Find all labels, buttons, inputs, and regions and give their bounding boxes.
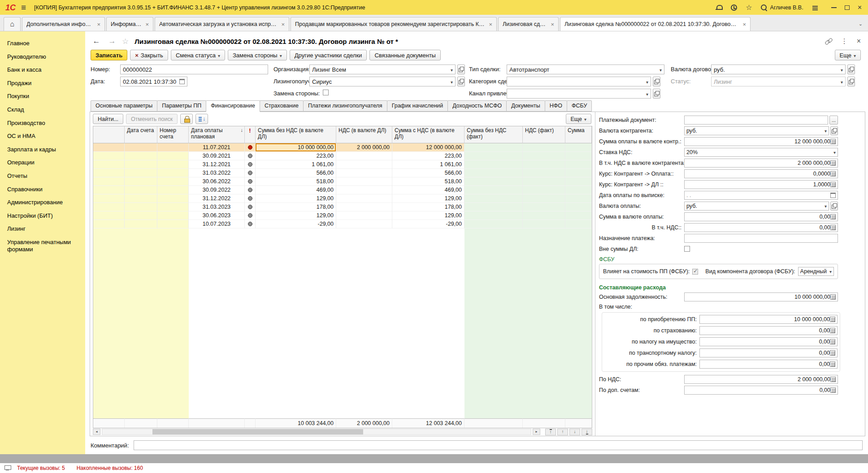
cell-extra[interactable] — [565, 203, 592, 211]
sidebar-item[interactable]: Руководителю — [0, 50, 85, 64]
tab-kkt-notice[interactable]: Продавцам маркированных товаров рекоменд… — [291, 17, 497, 31]
history-icon[interactable] — [730, 4, 738, 11]
cell-vat[interactable] — [336, 177, 392, 186]
cell-amount-no-vat[interactable]: 223,00 — [256, 152, 336, 160]
cell-planned-date[interactable]: 30.09.2021 — [189, 152, 245, 160]
table-row[interactable]: 30.09.2021 223,00 223,00 — [93, 152, 592, 160]
cell-vat[interactable] — [336, 203, 392, 211]
row-selector-cell[interactable] — [93, 169, 125, 177]
calendar-icon[interactable] — [830, 193, 836, 198]
maximize-icon[interactable] — [845, 5, 850, 10]
cell-extra[interactable] — [565, 194, 592, 203]
tab-lessee-payments[interactable]: Платежи лизингополучателя — [303, 100, 387, 112]
favorites-star-icon[interactable]: ☆ — [746, 3, 752, 12]
table-row[interactable]: 30.09.2022 469,00 469,00 — [93, 186, 592, 194]
by-additional-input[interactable]: 0,00 — [684, 386, 838, 395]
cell-invoice-date[interactable] — [125, 211, 157, 220]
row-selector-cell[interactable] — [93, 177, 125, 186]
cell-vat[interactable] — [336, 186, 392, 194]
cell-amount-with-vat[interactable]: -29,00 — [392, 220, 464, 228]
calendar-icon[interactable] — [179, 79, 185, 84]
payment-purpose-input[interactable] — [684, 234, 838, 243]
calculator-icon[interactable] — [830, 361, 835, 367]
close-document-icon[interactable]: × — [857, 37, 861, 45]
scrollbar-track[interactable] — [102, 429, 531, 435]
header-amount-no-vat[interactable]: Сумма без НДС (в валюте ДЛ) — [256, 126, 336, 143]
cell-amount-no-vat-fact[interactable] — [464, 143, 523, 152]
go-up-button[interactable]: ↑ — [557, 429, 568, 435]
cell-planned-date[interactable]: 30.09.2022 — [189, 186, 245, 194]
lessee-open-button[interactable] — [457, 77, 465, 86]
cell-amount-no-vat-fact[interactable] — [464, 186, 523, 194]
cell-amount-with-vat[interactable]: 178,00 — [392, 203, 464, 211]
close-tab-icon[interactable] — [489, 21, 492, 28]
cell-status[interactable] — [245, 194, 256, 203]
rate-to-payment-input[interactable]: 0,0000 — [684, 169, 838, 178]
cell-vat-fact[interactable] — [523, 186, 565, 194]
go-first-row-button[interactable]: ↑ — [545, 429, 556, 435]
cell-invoice-number[interactable] — [157, 152, 189, 160]
cell-vat[interactable] — [336, 169, 392, 177]
cell-invoice-number[interactable] — [157, 203, 189, 211]
table-row[interactable]: 30.06.2023 129,00 129,00 — [93, 211, 592, 220]
sidebar-item[interactable]: ОС и НМА — [0, 129, 85, 143]
cell-extra[interactable] — [565, 160, 592, 169]
tab-additional-info[interactable]: Дополнительная информация — [22, 17, 105, 31]
replace-party-button[interactable]: Замена стороны — [228, 50, 287, 60]
main-menu-icon[interactable]: ≡ — [21, 3, 26, 12]
deal-category-open-button[interactable] — [653, 77, 660, 86]
cell-invoice-number[interactable] — [157, 160, 189, 169]
close-tab-icon[interactable] — [281, 21, 285, 28]
cell-vat[interactable]: 2 000 000,00 — [336, 143, 392, 152]
sidebar-item[interactable]: Главное — [0, 37, 85, 50]
cell-amount-no-vat[interactable]: 469,00 — [256, 186, 336, 194]
go-last-row-button[interactable]: ↓ — [582, 429, 592, 435]
including-item-input[interactable]: 0,00 — [699, 348, 838, 357]
header-invoice-number[interactable]: Номер счета — [157, 126, 189, 143]
amount-payment-currency-input[interactable]: 0,00 — [684, 212, 838, 221]
table-row[interactable]: 30.06.2022 518,00 518,00 — [93, 177, 592, 186]
cell-vat[interactable] — [336, 160, 392, 169]
save-button[interactable]: Записать — [91, 50, 127, 60]
monitor-icon[interactable] — [4, 465, 11, 471]
cell-amount-no-vat[interactable]: 129,00 — [256, 211, 336, 220]
cell-extra[interactable] — [565, 169, 592, 177]
calculator-icon[interactable] — [830, 377, 836, 382]
cell-invoice-date[interactable] — [125, 220, 157, 228]
cell-amount-with-vat[interactable]: 129,00 — [392, 194, 464, 203]
row-selector-cell[interactable] — [93, 186, 125, 194]
cell-amount-no-vat-fact[interactable] — [464, 169, 523, 177]
go-down-button[interactable]: ↓ — [569, 429, 580, 435]
related-documents-button[interactable]: Связанные документы — [369, 50, 441, 60]
sidebar-item[interactable]: Управление печатными формами — [0, 236, 85, 256]
rate-to-dl-input[interactable]: 1,0000 — [684, 180, 838, 189]
chevron-down-icon[interactable] — [451, 66, 453, 73]
including-item-input[interactable]: 10 000 000,00 — [699, 315, 838, 324]
cell-amount-no-vat-fact[interactable] — [464, 177, 523, 186]
cell-planned-date[interactable]: 30.06.2023 — [189, 211, 245, 220]
calculator-icon[interactable] — [830, 350, 835, 356]
cell-invoice-number[interactable] — [157, 186, 189, 194]
favorite-star-icon[interactable]: ☆ — [122, 37, 129, 46]
tab-overflow-icon[interactable]: ⌄ — [857, 21, 864, 27]
scrollbar-thumb[interactable] — [152, 429, 363, 434]
tab-information[interactable]: Информация — [106, 17, 153, 31]
sidebar-item[interactable]: Склад — [0, 103, 85, 116]
channel-combo[interactable] — [507, 89, 651, 99]
cell-status[interactable] — [245, 177, 256, 186]
cell-status[interactable] — [245, 152, 256, 160]
vat-in-currency-input[interactable]: 2 000 000,00 — [684, 159, 838, 168]
row-selector-cell[interactable] — [93, 160, 125, 169]
more-menu-icon[interactable]: ⋮ — [841, 37, 848, 45]
cell-planned-date[interactable]: 31.12.2021 — [189, 160, 245, 169]
sidebar-item[interactable]: Продажи — [0, 77, 85, 90]
cell-extra[interactable] — [565, 152, 592, 160]
sidebar-item[interactable]: Настройки (БИТ) — [0, 209, 85, 223]
comment-input[interactable] — [134, 440, 863, 450]
chevron-down-icon[interactable] — [829, 268, 832, 275]
cell-vat[interactable] — [336, 152, 392, 160]
close-tab-icon[interactable] — [97, 21, 100, 28]
sidebar-item[interactable]: Покупки — [0, 90, 85, 103]
cell-vat-fact[interactable] — [523, 211, 565, 220]
chevron-down-icon[interactable] — [646, 90, 648, 97]
